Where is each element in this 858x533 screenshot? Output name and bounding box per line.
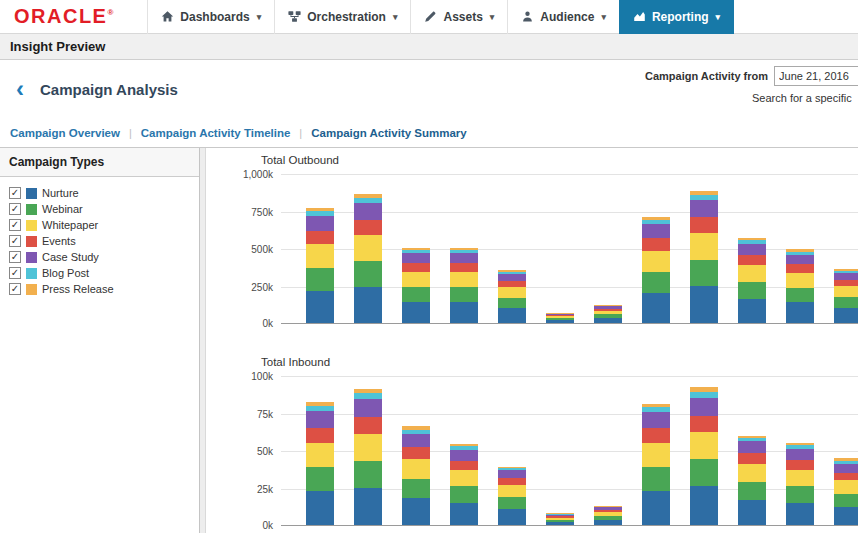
bar-segment-press-release [834,269,858,271]
stacked-bar[interactable] [402,248,430,323]
y-tick-label: 25k [257,483,273,494]
tab-campaign-activity-summary[interactable]: Campaign Activity Summary [311,127,467,139]
campaign-type-label: Press Release [42,283,114,295]
nav-item-orchestration[interactable]: Orchestration▾ [274,0,410,34]
bar-segment-whitepaper [642,251,670,272]
bar-segment-nurture [402,302,430,323]
back-button[interactable]: ‹ [16,80,24,98]
bar-segment-nurture [690,486,718,525]
bar-segment-nurture [354,287,382,323]
campaign-type-press-release[interactable]: ✓Press Release [0,281,199,297]
bar-segment-events [690,416,718,433]
nav-item-dashboards[interactable]: Dashboards▾ [147,0,274,34]
bar-segment-whitepaper [690,233,718,259]
campaign-type-blog-post[interactable]: ✓Blog Post [0,265,199,281]
stacked-bar[interactable] [402,426,430,525]
bar-segment-case-study [402,253,430,263]
y-tick-label: 50k [257,446,273,457]
plot-area [281,376,858,526]
stacked-bar[interactable] [354,194,382,323]
person-icon [521,10,534,23]
y-tick-label: 75k [257,408,273,419]
stacked-bar[interactable] [546,513,574,525]
checkbox-checked[interactable]: ✓ [9,187,21,199]
chart-title: Total Inbound [261,356,858,370]
campaign-type-label: Nurture [42,187,79,199]
nav-item-reporting[interactable]: Reporting▾ [619,0,734,34]
bar-segment-press-release [498,467,526,469]
date-input[interactable] [774,66,858,86]
bar-segment-nurture [642,293,670,323]
bar-segment-press-release [786,443,814,445]
stacked-bar[interactable] [642,217,670,323]
sidebar-title: Campaign Types [0,148,199,177]
stacked-bar[interactable] [642,404,670,526]
stacked-bar[interactable] [498,467,526,526]
checkbox-checked[interactable]: ✓ [9,267,21,279]
stacked-bar[interactable] [354,389,382,526]
bar-segment-case-study [450,253,478,263]
bar-segment-nurture [594,520,622,525]
bar-segment-press-release [450,444,478,446]
campaign-type-events[interactable]: ✓Events [0,233,199,249]
stacked-bar[interactable] [594,506,622,526]
bar-segment-press-release [690,191,718,195]
bar-segment-blog-post [690,392,718,398]
content: Campaign Types ✓Nurture✓Webinar✓Whitepap… [0,147,858,533]
nav-item-assets[interactable]: Assets▾ [410,0,507,34]
chevron-down-icon: ▾ [716,12,721,22]
series-color-swatch [26,252,37,263]
stacked-bar[interactable] [738,436,766,525]
stacked-bar[interactable] [450,248,478,323]
stacked-bar[interactable] [690,191,718,323]
stacked-bar[interactable] [306,208,334,324]
bar-segment-press-release [498,270,526,272]
bar-segment-whitepaper [546,316,574,318]
report-tabs: Campaign Overview|Campaign Activity Time… [0,118,858,147]
bar-segment-case-study [450,450,478,461]
chart-icon [633,10,646,23]
stacked-bar[interactable] [786,249,814,323]
stacked-bar[interactable] [306,402,334,525]
bar-segment-case-study [354,203,382,220]
campaign-type-list: ✓Nurture✓Webinar✓Whitepaper✓Events✓Case … [0,177,199,305]
tab-campaign-overview[interactable]: Campaign Overview [10,127,120,139]
y-axis: 0k250k500k750k1,000k [206,174,281,324]
bar-segment-nurture [738,299,766,323]
y-tick-label: 750k [251,206,273,217]
campaign-type-whitepaper[interactable]: ✓Whitepaper [0,217,199,233]
stacked-bar[interactable] [546,313,574,324]
stacked-bar[interactable] [834,269,858,323]
bar-segment-press-release [354,389,382,394]
bar-segment-whitepaper [402,459,430,479]
campaign-types-sidebar: Campaign Types ✓Nurture✓Webinar✓Whitepap… [0,148,200,533]
bar-segment-case-study [690,200,718,217]
campaign-type-label: Case Study [42,251,99,263]
campaign-type-webinar[interactable]: ✓Webinar [0,201,199,217]
campaign-type-nurture[interactable]: ✓Nurture [0,185,199,201]
checkbox-checked[interactable]: ✓ [9,235,21,247]
bar-segment-whitepaper [546,518,574,520]
bar-segment-whitepaper [738,265,766,282]
stacked-bar[interactable] [498,270,526,323]
stacked-bar[interactable] [738,238,766,324]
checkbox-checked[interactable]: ✓ [9,251,21,263]
checkbox-checked[interactable]: ✓ [9,283,21,295]
bar-segment-events [354,220,382,235]
nav-item-audience[interactable]: Audience▾ [507,0,619,34]
bar-segment-blog-post [450,446,478,450]
stacked-bar[interactable] [690,387,718,525]
checkbox-checked[interactable]: ✓ [9,219,21,231]
tab-campaign-activity-timeline[interactable]: Campaign Activity Timeline [141,127,291,139]
checkbox-checked[interactable]: ✓ [9,203,21,215]
stacked-bar[interactable] [450,444,478,525]
bar-segment-blog-post [642,407,670,412]
stacked-bar[interactable] [594,305,622,323]
bar-segment-webinar [594,314,622,318]
campaign-type-case-study[interactable]: ✓Case Study [0,249,199,265]
stacked-bar[interactable] [834,458,858,525]
series-color-swatch [26,236,37,247]
stacked-bar[interactable] [786,443,814,526]
bar-segment-nurture [354,488,382,526]
bar-segment-webinar [738,282,766,299]
